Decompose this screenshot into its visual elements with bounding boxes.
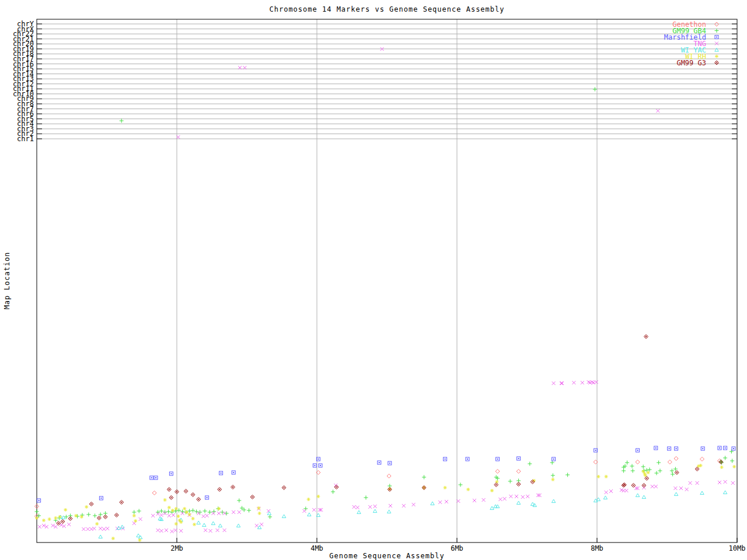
data-point — [581, 381, 584, 384]
data-point — [179, 529, 183, 533]
data-point — [642, 484, 646, 488]
data-point — [132, 510, 136, 514]
data-point — [517, 457, 521, 460]
data-point — [89, 502, 93, 506]
data-point — [651, 485, 654, 488]
triangle-marker-icon — [712, 47, 721, 53]
data-point — [356, 506, 359, 509]
data-point — [560, 382, 564, 385]
data-point — [111, 537, 115, 540]
data-point — [496, 457, 500, 461]
data-point — [516, 501, 520, 505]
data-point — [718, 446, 721, 450]
data-point — [160, 513, 163, 517]
data-point — [636, 494, 639, 497]
series-gm99-gb4 — [35, 88, 735, 523]
data-point — [137, 509, 141, 513]
data-point — [631, 469, 635, 473]
data-point — [668, 447, 671, 450]
data-point — [205, 514, 209, 517]
data-point — [99, 535, 102, 538]
data-point — [495, 470, 500, 474]
data-point — [689, 481, 692, 485]
x-axis-label: Genome Sequence Assembly — [37, 552, 737, 560]
data-point — [352, 505, 356, 509]
data-point — [516, 482, 521, 487]
data-point — [490, 489, 494, 492]
data-point — [174, 522, 178, 526]
x-marker-icon — [712, 40, 721, 47]
data-point — [378, 461, 381, 464]
data-point — [364, 496, 368, 500]
data-point — [718, 481, 721, 484]
data-point — [139, 517, 142, 521]
data-point — [176, 514, 180, 518]
data-point — [216, 528, 219, 532]
data-point — [551, 499, 555, 503]
data-point — [117, 526, 120, 530]
data-point — [550, 461, 554, 465]
series-wi-rh — [35, 464, 736, 542]
data-point — [54, 516, 57, 520]
data-point — [674, 492, 678, 496]
data-point — [732, 465, 736, 468]
plot-border — [37, 19, 737, 542]
data-point — [732, 447, 735, 450]
data-point — [183, 507, 186, 510]
legend-item-gm99-g3: GM99 G3 — [613, 60, 721, 66]
data-point — [551, 478, 554, 481]
data-point — [191, 517, 195, 520]
data-point — [86, 513, 90, 517]
data-point — [159, 509, 163, 513]
data-point — [232, 471, 235, 474]
data-point — [282, 514, 285, 518]
data-point — [431, 502, 434, 505]
data-point — [156, 528, 160, 532]
data-point — [673, 487, 677, 490]
data-point — [35, 516, 39, 520]
x-tick-label: 2Mb — [170, 544, 183, 552]
data-point — [167, 506, 171, 509]
diamond-marker-icon — [712, 21, 721, 27]
data-point — [605, 491, 608, 494]
series-gm99-g3 — [57, 335, 723, 526]
asterisk-marker-icon — [712, 53, 721, 60]
data-point — [167, 514, 171, 517]
data-point — [150, 476, 153, 480]
data-point — [151, 514, 155, 517]
data-point — [197, 521, 200, 524]
data-point — [218, 524, 222, 527]
data-point — [422, 475, 426, 480]
data-point — [99, 496, 103, 500]
series-marshfield — [37, 446, 735, 502]
data-point — [267, 512, 271, 515]
data-point — [402, 504, 406, 508]
data-point — [211, 512, 215, 515]
x-tick-label: 6Mb — [451, 544, 463, 552]
data-point — [701, 447, 704, 450]
data-point — [657, 461, 661, 465]
data-point — [282, 486, 286, 490]
data-point — [302, 509, 306, 513]
legend: GenethonGM99 GB4MarshfieldTNGWI YACWI RH… — [613, 21, 721, 66]
data-point — [723, 456, 727, 460]
data-point — [700, 457, 704, 461]
data-point — [42, 519, 46, 522]
data-point — [675, 471, 679, 475]
data-point — [685, 488, 689, 491]
data-point — [86, 527, 90, 531]
data-point — [466, 457, 469, 461]
data-point — [191, 509, 195, 513]
data-point — [498, 498, 502, 501]
data-point — [482, 498, 486, 502]
data-point — [670, 469, 674, 473]
data-point — [255, 524, 259, 527]
data-point — [696, 481, 699, 485]
data-point — [552, 382, 556, 385]
data-point — [257, 506, 260, 510]
data-point — [521, 495, 525, 499]
data-point — [169, 472, 173, 475]
data-point — [238, 510, 241, 514]
y-axis-label: Map Location — [3, 252, 11, 310]
data-point — [68, 514, 72, 518]
